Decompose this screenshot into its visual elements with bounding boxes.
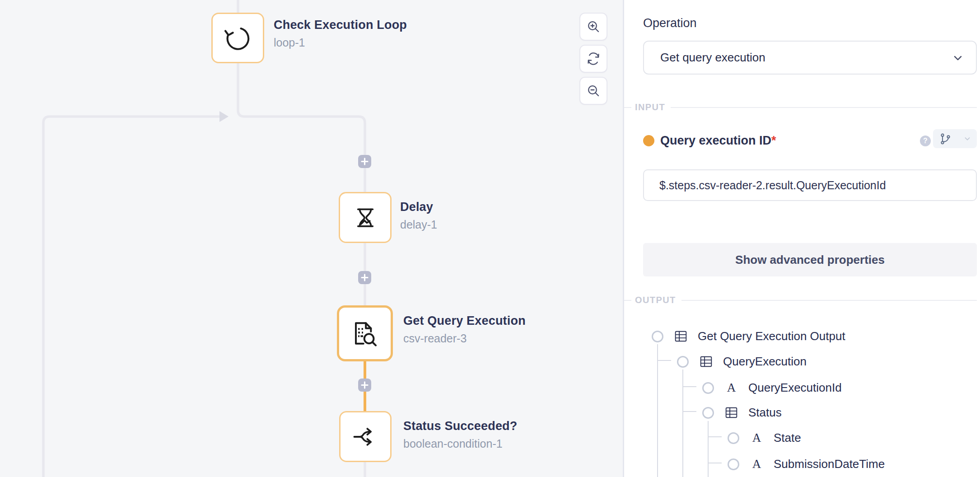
show-advanced-properties-button[interactable]: Show advanced properties (643, 243, 977, 276)
required-asterisk: * (771, 134, 776, 147)
node-label-block: Delay delay-1 (400, 200, 437, 231)
sync-icon (586, 51, 601, 66)
param-label: Query execution ID* (660, 134, 776, 148)
node-title: Delay (400, 200, 437, 214)
node-label-block: Get Query Execution csv-reader-3 (403, 314, 526, 345)
loop-back-arrowhead (219, 111, 229, 122)
node-check-execution-loop[interactable] (211, 13, 264, 63)
tree-connector-dash (683, 386, 696, 387)
tree-connector-vertical (682, 369, 683, 477)
plus-icon (360, 273, 369, 282)
git-branch-icon (939, 133, 952, 145)
hourglass-icon (352, 204, 379, 231)
text-type-icon: A (725, 381, 737, 395)
section-dash (624, 107, 631, 108)
zoom-out-icon (586, 84, 601, 98)
tree-connector-dash (708, 436, 722, 437)
plus-icon (360, 157, 369, 166)
tree-label: Status (748, 406, 782, 420)
node-label-block: Status Succeeded? boolean-condition-1 (403, 419, 517, 450)
flow-edges (0, 0, 623, 477)
tree-connector-dash (708, 463, 722, 463)
add-step-button[interactable] (358, 155, 371, 168)
node-delay[interactable] (339, 192, 392, 243)
chevron-down-icon (952, 51, 964, 64)
node-subtitle: boolean-condition-1 (403, 437, 517, 450)
input-section-label: INPUT (635, 102, 665, 112)
flow-builder-app: Check Execution Loop loop-1 Delay delay-… (0, 0, 980, 477)
branch-condition-icon (351, 423, 379, 451)
node-get-query-execution[interactable] (337, 305, 393, 361)
tree-connector-vertical (657, 344, 658, 477)
tree-radio[interactable] (652, 331, 663, 342)
tree-label: State (774, 431, 801, 445)
node-label-block: Check Execution Loop loop-1 (274, 18, 407, 49)
workflow-canvas[interactable]: Check Execution Loop loop-1 Delay delay-… (0, 0, 623, 477)
zoom-in-button[interactable] (579, 13, 607, 41)
node-title: Status Succeeded? (403, 419, 517, 433)
input-section-header: INPUT (624, 102, 977, 112)
output-tree-row[interactable]: Get Query Execution Output (652, 329, 845, 343)
reset-view-button[interactable] (579, 45, 607, 73)
tree-label: Get Query Execution Output (698, 329, 845, 343)
edge-loop-back (43, 117, 219, 477)
loop-icon (224, 24, 252, 52)
table-type-icon (675, 331, 687, 342)
output-tree-row[interactable]: QueryExecution (677, 355, 807, 369)
output-tree-row[interactable]: Status (702, 406, 782, 420)
operation-label: Operation (643, 16, 697, 30)
node-subtitle: csv-reader-3 (403, 332, 526, 345)
tree-connector-vertical (708, 421, 709, 477)
param-label-text: Query execution ID (660, 134, 771, 147)
tree-radio[interactable] (702, 407, 714, 419)
tree-label: QueryExecutionId (748, 381, 842, 395)
zoom-out-button[interactable] (579, 77, 607, 105)
tree-label: QueryExecution (723, 355, 807, 369)
help-icon[interactable]: ? (920, 136, 931, 146)
mapping-mode-button[interactable] (933, 129, 977, 148)
zoom-in-icon (586, 19, 601, 34)
add-step-button[interactable] (358, 271, 371, 284)
document-data-dots (358, 328, 363, 337)
table-type-icon (700, 356, 712, 367)
text-type-glyph: A (752, 431, 761, 445)
tree-connector-dash (658, 360, 671, 361)
table-type-icon (725, 407, 737, 418)
text-type-glyph: A (727, 381, 736, 395)
section-dash (624, 300, 631, 301)
section-line (681, 300, 977, 301)
output-tree-row[interactable]: A State (728, 431, 801, 445)
operation-selected-value: Get query execution (660, 51, 952, 65)
tree-radio[interactable] (728, 432, 739, 444)
tree-radio[interactable] (702, 382, 714, 394)
document-search-icon (350, 319, 379, 348)
tree-label: SubmissionDateTime (774, 457, 885, 471)
text-type-icon: A (751, 457, 763, 471)
output-section-header: OUTPUT (624, 295, 977, 305)
query-execution-id-input[interactable] (643, 169, 977, 201)
output-tree-row[interactable]: A SubmissionDateTime (728, 457, 885, 471)
output-tree-row[interactable]: A QueryExecutionId (702, 381, 842, 395)
section-line (671, 107, 977, 108)
plus-icon (360, 380, 369, 390)
node-status-succeeded[interactable] (339, 411, 392, 462)
node-subtitle: loop-1 (274, 36, 407, 49)
node-title: Get Query Execution (403, 314, 526, 328)
chevron-down-icon (963, 135, 971, 143)
operation-select[interactable]: Get query execution (643, 41, 977, 75)
node-title: Check Execution Loop (274, 18, 407, 32)
param-type-dot (643, 135, 654, 146)
text-type-icon: A (751, 431, 763, 445)
add-step-button[interactable] (358, 379, 371, 392)
text-type-glyph: A (752, 457, 761, 471)
node-subtitle: delay-1 (400, 218, 437, 231)
tree-connector-dash (683, 411, 696, 412)
tree-radio[interactable] (677, 356, 689, 368)
tree-radio[interactable] (728, 458, 739, 470)
output-section-label: OUTPUT (635, 295, 676, 305)
